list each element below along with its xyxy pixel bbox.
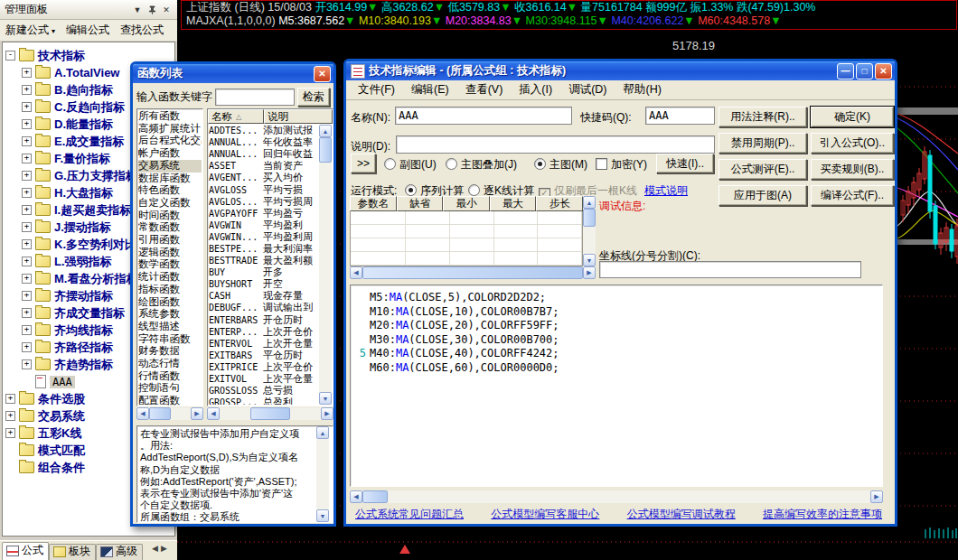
- tree-expander-icon[interactable]: [22, 257, 32, 266]
- tree-expander-icon[interactable]: [22, 239, 32, 249]
- editor-titlebar[interactable]: 技术指标编辑 - (所属公式组 : 技术指标) — □ ✕: [346, 61, 895, 80]
- import-formula-button[interactable]: 引入公式(O)..: [811, 133, 894, 154]
- category-item[interactable]: 统计函数: [138, 271, 202, 284]
- name-input[interactable]: [395, 107, 572, 125]
- function-row[interactable]: BUY 开多: [209, 266, 319, 278]
- tree-expander-icon[interactable]: [22, 154, 32, 163]
- menu-item[interactable]: 插入(I): [511, 82, 560, 98]
- category-item[interactable]: 指标函数: [138, 284, 202, 296]
- tree-expander-icon[interactable]: [22, 308, 32, 318]
- parameter-table-body[interactable]: [350, 211, 583, 266]
- menu-item[interactable]: 帮助(H): [615, 82, 669, 98]
- scroll-right-icon[interactable]: ▶: [321, 407, 333, 420]
- toolbar-button[interactable]: 新建公式: [5, 23, 55, 38]
- description-input[interactable]: [396, 135, 715, 154]
- minimize-icon[interactable]: —: [837, 63, 854, 79]
- category-item[interactable]: 所有函数: [138, 110, 202, 123]
- category-item[interactable]: 绘图函数: [138, 296, 202, 309]
- function-row[interactable]: AVGLOS... 平均亏损周: [209, 196, 319, 208]
- code-line[interactable]: 5 M40: MA (CLOSE,40),COLORFF4242;: [351, 347, 882, 361]
- tree-expander-icon[interactable]: [22, 136, 32, 146]
- parameter-column-header[interactable]: 缺省: [397, 196, 444, 211]
- menu-item[interactable]: 调试(D): [560, 82, 615, 98]
- usage-note-button[interactable]: 用法注释(R)..: [718, 107, 807, 127]
- function-row[interactable]: EXITVOL 上次平仓量: [209, 373, 319, 385]
- ok-button[interactable]: 确定(K): [811, 107, 894, 127]
- parameter-column-header[interactable]: 最小: [443, 196, 490, 211]
- function-row[interactable]: ENTERP... 上次开仓价: [209, 326, 319, 338]
- tree-expander-icon[interactable]: [5, 428, 15, 438]
- search-button[interactable]: 检索: [297, 88, 330, 107]
- code-line[interactable]: M5: MA (CLOSE,5),COLORD2D2D2;: [351, 291, 882, 305]
- close-button[interactable]: ✕: [314, 66, 331, 82]
- category-item[interactable]: 行情函数: [138, 370, 202, 383]
- code-horizontal-scrollbar[interactable]: ◀ ▶: [350, 490, 883, 503]
- function-vertical-scrollbar[interactable]: ▲ ▼: [319, 125, 332, 405]
- encrypt-checkbox[interactable]: 加密(Y): [596, 157, 647, 173]
- tree-expander-icon[interactable]: [5, 411, 15, 421]
- sidebar-tab[interactable]: 高级: [96, 544, 143, 560]
- description-vertical-scrollbar[interactable]: ▲ ▼: [316, 426, 329, 522]
- tree-expander-icon[interactable]: [22, 188, 32, 198]
- function-horizontal-scrollbar[interactable]: ◀ ▶: [207, 407, 333, 420]
- function-row[interactable]: AVGLOSS 平均亏损: [209, 183, 319, 195]
- compile-formula-button[interactable]: 编译公式(F)..: [811, 185, 894, 206]
- mode-help-link[interactable]: 模式说明: [644, 183, 688, 199]
- parameter-column-header[interactable]: 参数名: [350, 196, 397, 211]
- scroll-up-icon[interactable]: ▲: [319, 125, 332, 137]
- category-item[interactable]: 帐户函数: [138, 147, 202, 160]
- scrollbar-thumb[interactable]: [583, 209, 596, 227]
- radio-main-overlay[interactable]: 主图叠加(J): [446, 157, 517, 173]
- category-item[interactable]: 数据库函数: [138, 173, 202, 185]
- scrollbar-thumb[interactable]: [149, 407, 171, 420]
- category-horizontal-scrollbar[interactable]: ◀ ▶: [136, 407, 203, 420]
- category-item[interactable]: 高频扩展统计: [138, 123, 202, 135]
- scroll-down-icon[interactable]: ▼: [319, 392, 332, 405]
- help-link[interactable]: 公式模型编写调试教程: [627, 507, 736, 522]
- maximize-icon[interactable]: □: [856, 63, 873, 79]
- function-row[interactable]: BESTTRADE 最大盈利额: [209, 255, 319, 266]
- tree-expander-icon[interactable]: [22, 325, 32, 335]
- function-row[interactable]: AVGWIN 平均盈利: [209, 219, 319, 231]
- tree-expander-icon[interactable]: [22, 274, 32, 284]
- category-item[interactable]: 交易系统: [138, 160, 202, 173]
- tree-expander-icon[interactable]: [5, 51, 15, 61]
- scroll-right-icon[interactable]: ▶: [870, 490, 883, 503]
- parameter-column-header[interactable]: 步长: [536, 196, 583, 211]
- function-row[interactable]: ENTERVOL 上次开仓量: [209, 338, 319, 350]
- code-line[interactable]: M60: MA (CLOSE,60),COLOR0000D0;: [351, 361, 882, 376]
- pin-icon[interactable]: [146, 4, 158, 16]
- function-search-input[interactable]: [215, 89, 295, 106]
- parameter-column-header[interactable]: 最大: [490, 196, 537, 211]
- scrollbar-thumb[interactable]: [362, 266, 583, 279]
- radio-main-chart[interactable]: 主图(M): [534, 157, 587, 173]
- tree-expander-icon[interactable]: [22, 171, 32, 181]
- function-row[interactable]: ANNUAL... 回归年收益: [209, 148, 319, 160]
- formula-code-editor[interactable]: M5: MA (CLOSE,5),COLORD2D2D2; M10: MA (C…: [350, 285, 883, 487]
- menu-item[interactable]: 文件(F): [350, 82, 403, 98]
- function-row[interactable]: EXITPRICE 上次平仓价: [209, 361, 319, 373]
- close-icon[interactable]: ✕: [875, 63, 892, 79]
- function-row[interactable]: GROSSP... 总盈利: [209, 397, 319, 405]
- shortcut-input[interactable]: [645, 107, 715, 125]
- scrollbar-thumb[interactable]: [319, 137, 332, 163]
- scroll-left-icon[interactable]: ◀: [350, 490, 362, 503]
- category-item[interactable]: 动态行情: [138, 358, 202, 370]
- category-item[interactable]: 数学函数: [138, 258, 202, 271]
- column-header-name[interactable]: 名称 △: [208, 109, 264, 124]
- dropdown-arrow-icon[interactable]: ▼: [131, 4, 144, 16]
- menu-item[interactable]: 编辑(E): [403, 82, 457, 98]
- radio-subchart[interactable]: 副图(U): [384, 157, 437, 173]
- function-row[interactable]: ANNUAL... 年化收益率: [209, 136, 319, 148]
- tree-expander-icon[interactable]: [22, 119, 32, 129]
- function-row[interactable]: ADDTES... 添加测试报: [209, 125, 319, 136]
- scroll-left-icon[interactable]: ◀: [350, 266, 362, 279]
- category-item[interactable]: 线型描述: [138, 321, 202, 333]
- quick-button[interactable]: 快速(I)..: [656, 154, 714, 173]
- column-header-desc[interactable]: 说明: [264, 109, 333, 124]
- code-line[interactable]: M30: MA (CLOSE,30),COLOR00B700;: [351, 333, 882, 348]
- tree-expander-icon[interactable]: [22, 291, 32, 301]
- scroll-right-icon[interactable]: ▶: [583, 266, 596, 279]
- function-row[interactable]: AVGPAYOFF 平均盈亏: [209, 208, 319, 219]
- code-line[interactable]: M20: MA (CLOSE,20),COLORFF59FF;: [351, 319, 882, 333]
